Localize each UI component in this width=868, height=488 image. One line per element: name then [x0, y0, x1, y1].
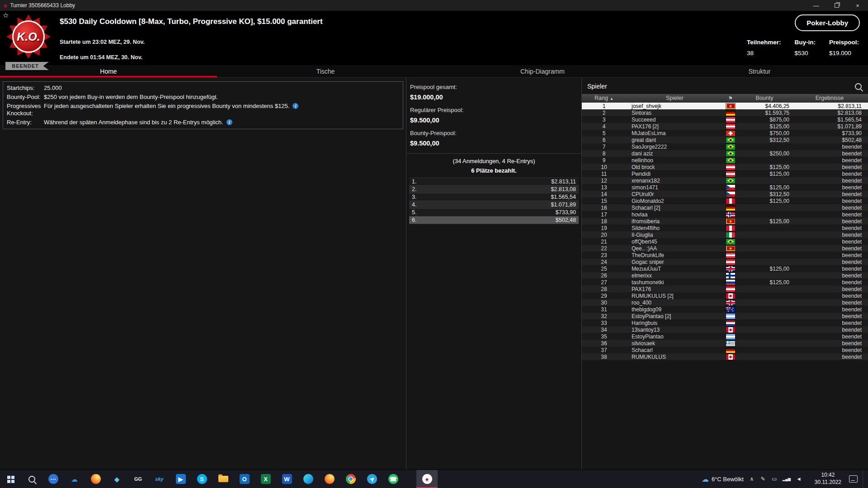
- info-icon[interactable]: i: [292, 103, 298, 109]
- payout-row[interactable]: 2. $2.813,08: [409, 186, 579, 193]
- payout-row[interactable]: 4. $1.071,89: [409, 201, 579, 209]
- player-row[interactable]: 31 thebigdog09 beendet: [582, 306, 868, 313]
- player-name: Old brock: [626, 164, 723, 170]
- search-button[interactable]: [21, 470, 42, 488]
- player-row[interactable]: 17 hovlaa beendet: [582, 211, 868, 218]
- hidden-icons-chevron[interactable]: ∧: [749, 476, 755, 482]
- player-bounty: $750,00: [738, 130, 791, 136]
- sky-app-icon[interactable]: sky: [149, 470, 170, 488]
- player-row[interactable]: 9 nellinhoo beendet: [582, 157, 868, 164]
- outlook-icon[interactable]: O: [234, 470, 255, 488]
- telegram-icon[interactable]: ➤: [361, 470, 382, 488]
- player-row[interactable]: 7 SaoJorge2222 beendet: [582, 143, 868, 150]
- video-app-icon-glyph: ▶: [176, 474, 186, 484]
- column-header-bounty[interactable]: Bounty: [738, 95, 791, 101]
- firefox-browser-icon[interactable]: [319, 470, 340, 488]
- video-app-icon[interactable]: ▶: [170, 470, 191, 488]
- flag-icon: [726, 259, 735, 265]
- player-row[interactable]: 12 xrenanx182 beendet: [582, 177, 868, 184]
- minimize-button[interactable]: —: [806, 0, 826, 11]
- chat-icon[interactable]: ⋯: [42, 470, 64, 488]
- battery-icon[interactable]: ▭: [771, 476, 778, 482]
- column-header-results[interactable]: Ergebnisse: [791, 95, 868, 101]
- player-row[interactable]: 2 Sintoras $1.593,75 $2.813,08: [582, 109, 868, 116]
- player-row[interactable]: 21 offQbert45 beendet: [582, 238, 868, 245]
- close-button[interactable]: ×: [847, 0, 868, 11]
- payout-row[interactable]: 3. $1.565,54: [409, 193, 579, 201]
- gg-app-icon[interactable]: GG: [127, 470, 149, 488]
- weather-widget[interactable]: ☁ 6°C Bewölkt: [702, 475, 744, 483]
- player-row[interactable]: 4 PAX176 [2] $125,00 $1.071,89: [582, 123, 868, 130]
- player-row[interactable]: 19 Silden4filho beendet: [582, 225, 868, 231]
- pen-icon[interactable]: ✎: [760, 476, 766, 482]
- player-row[interactable]: 13 simon1471 $125,00 beendet: [582, 184, 868, 191]
- pokerstars-icon[interactable]: ♠: [416, 470, 438, 488]
- show-desktop-button[interactable]: [863, 470, 865, 488]
- player-rank: 37: [582, 347, 626, 353]
- player-row[interactable]: 32 EstoyPiantao [2] beendet: [582, 313, 868, 319]
- file-explorer-icon[interactable]: [212, 470, 234, 488]
- player-row[interactable]: 24 Gogac sniper beendet: [582, 258, 868, 265]
- player-row[interactable]: 10 Old brock $125,00 beendet: [582, 164, 868, 170]
- player-row[interactable]: 8 dani aziz $250,00 beendet: [582, 150, 868, 157]
- diamond-app-icon[interactable]: ◆: [106, 470, 127, 488]
- column-header-player[interactable]: Spieler: [626, 95, 723, 101]
- action-center-icon[interactable]: [849, 475, 858, 483]
- restore-button[interactable]: [826, 0, 847, 11]
- player-name: RUMUKULUS: [626, 354, 723, 360]
- tab-struktur[interactable]: Struktur: [651, 65, 868, 77]
- player-row[interactable]: 14 CPUrul0r $312,50 beendet: [582, 191, 868, 197]
- tab-chip-diagramm[interactable]: Chip-Diagramm: [434, 65, 651, 77]
- clock-time: 10:42: [815, 472, 841, 479]
- edge-icon[interactable]: [297, 470, 319, 488]
- player-result: beendet: [791, 150, 868, 157]
- poker-lobby-button[interactable]: Poker-Lobby: [795, 14, 860, 31]
- chrome-icon[interactable]: [340, 470, 361, 488]
- player-row[interactable]: 5 MiJatoEsLima $750,00 $733,90: [582, 130, 868, 136]
- player-row[interactable]: 36 silviosaek beendet: [582, 340, 868, 347]
- player-row[interactable]: 16 Schacarl [2] beendet: [582, 204, 868, 211]
- search-icon[interactable]: [855, 83, 862, 90]
- player-row[interactable]: 38 RUMUKULUS beendet: [582, 353, 868, 360]
- flag-icon: [726, 286, 735, 292]
- player-row[interactable]: 22 Qee.. :)AA beendet: [582, 245, 868, 252]
- player-row[interactable]: 25 MezuuÛuuT $125,00 beendet: [582, 265, 868, 272]
- player-row[interactable]: 29 RUMUKULUS [2] beendet: [582, 292, 868, 299]
- network-signal-icon[interactable]: ▂▄▆: [783, 477, 791, 481]
- player-row[interactable]: 34 13santoy13 beendet: [582, 326, 868, 333]
- taskbar-clock[interactable]: 10:42 30.11.2022: [815, 472, 841, 486]
- payout-row[interactable]: 1. $2.813,11: [409, 178, 579, 186]
- player-row[interactable]: 35 EstoyPiantao beendet: [582, 333, 868, 340]
- player-row[interactable]: 11 Pwndidi $125,00 beendet: [582, 170, 868, 177]
- player-row[interactable]: 15 GioMonaldo2 $125,00 beendet: [582, 197, 868, 204]
- onedrive-icon[interactable]: ☁: [64, 470, 85, 488]
- player-row[interactable]: 23 TheDrunkLife beendet: [582, 252, 868, 258]
- whatsapp-icon[interactable]: ☎: [382, 470, 404, 488]
- player-row[interactable]: 37 Schacarl beendet: [582, 347, 868, 353]
- skype-icon[interactable]: S: [191, 470, 212, 488]
- excel-icon[interactable]: X: [255, 470, 276, 488]
- player-row[interactable]: 33 Haringbuis beendet: [582, 319, 868, 326]
- player-rank: 38: [582, 354, 626, 360]
- player-row[interactable]: 26 elmerixx beendet: [582, 272, 868, 279]
- flag-column-icon[interactable]: ⚑: [723, 95, 738, 101]
- player-row[interactable]: 30 roo_400 beendet: [582, 299, 868, 306]
- payout-row[interactable]: 6. $502,48: [409, 216, 579, 224]
- column-header-rank[interactable]: Rang▲: [582, 95, 626, 101]
- player-row[interactable]: 18 ifromsiberia $125,00 beendet: [582, 218, 868, 225]
- player-row[interactable]: 1 josef_shvejk $4.406,25 $2.813,11: [582, 103, 868, 109]
- player-row[interactable]: 6 great dant $312,50 $502,48: [582, 136, 868, 143]
- start-button[interactable]: [0, 470, 21, 488]
- firefox-icon[interactable]: [85, 470, 106, 488]
- info-icon[interactable]: i: [226, 119, 232, 125]
- player-row[interactable]: 28 PAX176 beendet: [582, 286, 868, 292]
- word-icon[interactable]: W: [276, 470, 297, 488]
- volume-icon[interactable]: ◄: [796, 476, 802, 482]
- tab-tische[interactable]: Tische: [217, 65, 434, 77]
- player-row[interactable]: 27 tashumonetki $125,00 beendet: [582, 279, 868, 286]
- restore-icon: [835, 3, 839, 8]
- favorite-star-icon[interactable]: ☆: [3, 11, 9, 19]
- player-row[interactable]: 20 Il-Giuglia beendet: [582, 231, 868, 238]
- payout-row[interactable]: 5. $733,90: [409, 209, 579, 216]
- player-row[interactable]: 3 Succeeed $875,00 $1.565,54: [582, 116, 868, 123]
